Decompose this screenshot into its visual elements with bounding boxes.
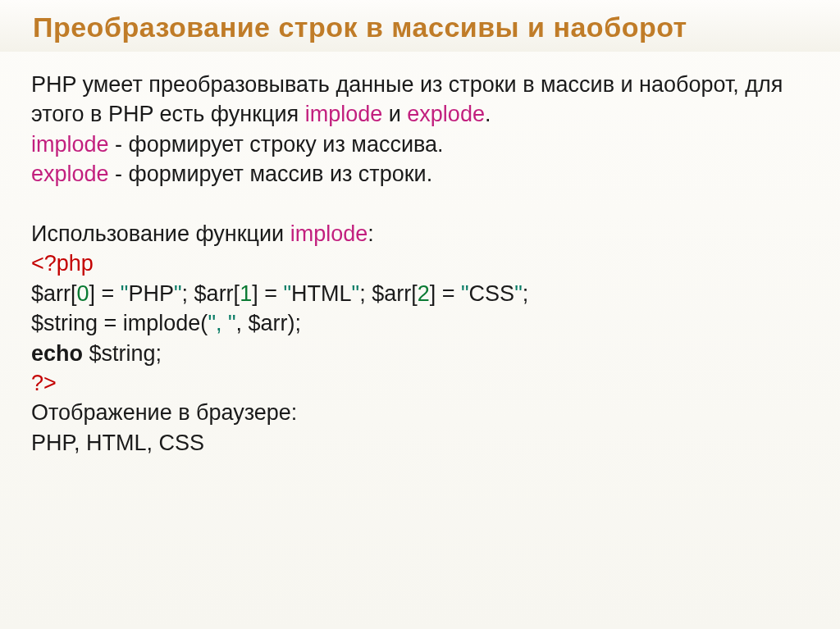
php-open: <?php [31, 251, 94, 276]
semi1: ; [359, 281, 372, 306]
q1a: " [283, 281, 291, 306]
usage-prefix: Использование функции [31, 221, 290, 246]
semi0: ; [182, 281, 194, 306]
q2a: " [461, 281, 469, 306]
title-bar: Преобразование строк в массивы и наоборо… [0, 0, 840, 52]
arr2-var: $arr [372, 281, 411, 306]
slide-title: Преобразование строк в массивы и наоборо… [33, 11, 807, 43]
comma-sep: , [236, 311, 249, 335]
echo-arg: $string; [83, 341, 162, 366]
explode-desc: - формирует массив из строки. [109, 162, 433, 186]
implode-close: ); [288, 311, 302, 335]
sep-quoted: ", " [208, 311, 235, 335]
code-open-tag: <?php [31, 248, 809, 278]
slide: Преобразование строк в массивы и наоборо… [0, 0, 840, 629]
implode-definition: implode - формирует строку из массива. [31, 130, 809, 159]
rb1: ] [252, 281, 258, 306]
usage-func: implode [290, 221, 368, 246]
arr0-var: $arr [31, 281, 71, 306]
implode-prefix: = implode( [98, 311, 208, 335]
code-close-tag: ?> [31, 368, 809, 398]
q0a: " [121, 281, 129, 306]
implode-name: implode [31, 132, 109, 157]
eq0: = [95, 281, 121, 306]
lb1: [ [234, 281, 240, 306]
echo-kw: echo [31, 341, 83, 366]
val1: HTML [291, 281, 352, 306]
lb0: [ [71, 281, 77, 306]
browser-label: Отображение в браузере: [31, 398, 809, 427]
implode-term: implode [305, 102, 383, 126]
eq2: = [436, 281, 461, 306]
val0: PHP [128, 281, 174, 306]
eq1: = [258, 281, 284, 306]
explode-name: explode [31, 162, 109, 186]
usage-label: Использование функции implode: [31, 219, 809, 248]
idx2: 2 [418, 281, 430, 306]
explode-definition: explode - формирует массив из строки. [31, 159, 809, 189]
q1b: " [352, 281, 360, 306]
slide-content: PHP умеет преобразовывать данные из стро… [0, 52, 840, 458]
arr1-var: $arr [194, 281, 234, 306]
implode-desc: - формирует строку из массива. [109, 132, 444, 157]
php-close: ?> [31, 371, 57, 395]
q2b: " [514, 281, 523, 306]
intro-period: . [485, 102, 491, 126]
val2: CSS [469, 281, 515, 306]
q0b: " [174, 281, 182, 306]
lb2: [ [411, 281, 418, 306]
string-var: $string [31, 311, 98, 335]
intro-paragraph: PHP умеет преобразовывать данные из стро… [31, 70, 809, 130]
explode-term: explode [407, 102, 485, 126]
code-implode-line: $string = implode(", ", $arr); [31, 308, 809, 338]
intro-and: и [382, 102, 407, 126]
code-arr-line: $arr[0] = "PHP"; $arr[1] = "HTML"; $arr[… [31, 279, 809, 308]
code-echo-line: echo $string; [31, 339, 809, 368]
rb0: ] [89, 281, 96, 306]
semi2: ; [523, 281, 529, 306]
arr-arg: $arr [249, 311, 288, 335]
idx0: 0 [77, 281, 89, 306]
browser-output: PHP, HTML, CSS [31, 428, 809, 458]
usage-colon: : [368, 221, 374, 246]
idx1: 1 [240, 281, 252, 306]
